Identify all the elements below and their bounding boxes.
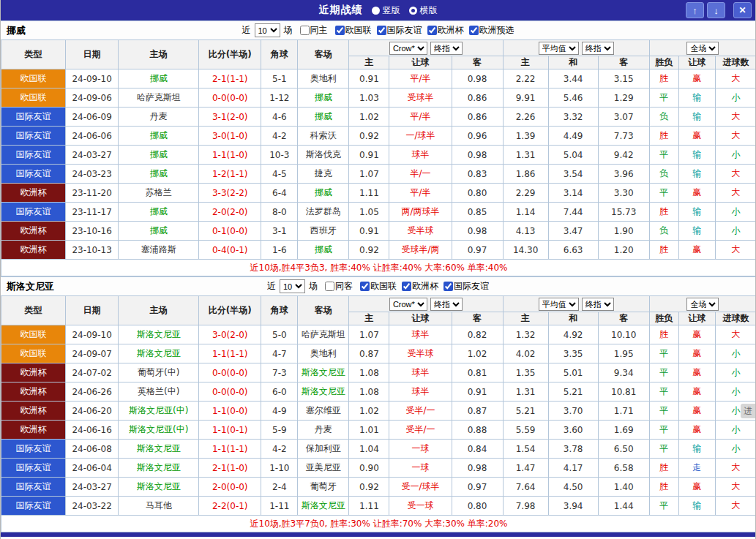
away-team: 斯洛文尼亚 — [298, 382, 349, 402]
avg-away-odds: 1.20 — [598, 241, 649, 260]
layout-vertical-option[interactable]: 竖版 — [372, 4, 400, 17]
result-wdl: 胜 — [649, 203, 678, 222]
home-team-link[interactable]: 英格兰(中) — [138, 386, 179, 396]
away-team-link[interactable]: 斯洛文尼亚 — [302, 367, 345, 377]
away-team-link[interactable]: 斯洛文尼亚 — [302, 386, 345, 396]
home-team-link[interactable]: 挪威 — [150, 73, 168, 83]
odds-stage-select[interactable]: 终指 — [430, 42, 463, 55]
same-venue-checkbox[interactable] — [300, 26, 310, 35]
odds-company-select[interactable]: Crow* — [389, 298, 427, 311]
result-goals: 小 — [715, 440, 756, 459]
average-select[interactable]: 平均值 — [539, 42, 579, 55]
window-title: 近期战绩 — [319, 4, 363, 17]
competition-filter[interactable]: 欧洲杯 — [397, 280, 438, 293]
away-team-link[interactable]: 丹麦 — [315, 424, 332, 434]
home-team-link[interactable]: 挪威 — [150, 225, 168, 235]
home-team-link[interactable]: 丹麦 — [150, 111, 168, 121]
floating-expand-hint[interactable]: 进 — [741, 404, 755, 418]
away-team-link[interactable]: 塞尔维亚 — [306, 405, 341, 415]
competition-filter[interactable]: 欧国联 — [355, 280, 397, 293]
scope-select[interactable]: 全场 — [686, 298, 719, 311]
average-stage-select[interactable]: 终指 — [582, 298, 614, 311]
home-team-link[interactable]: 斯洛文尼亚 — [137, 329, 181, 339]
competition-type: 欧国联 — [1, 325, 66, 344]
away-team-link[interactable]: 西班牙 — [310, 225, 337, 235]
away-team-link[interactable]: 挪威 — [315, 92, 332, 102]
home-team-link[interactable]: 斯洛文尼亚(中) — [129, 424, 188, 434]
match-row: 欧洲杯24-07-02葡萄牙(中)0-0(0-0)7-3斯洛文尼亚1.08球半0… — [1, 363, 756, 382]
away-team-link[interactable]: 保加利亚 — [306, 443, 341, 453]
home-team-link[interactable]: 挪威 — [150, 206, 168, 216]
move-down-button[interactable]: ↓ — [707, 2, 725, 18]
corner-score: 8-0 — [261, 203, 298, 222]
competition-filter[interactable]: 国际友谊 — [438, 280, 489, 293]
competition-filter[interactable]: 国际友谊 — [372, 24, 422, 37]
away-team-link[interactable]: 亚美尼亚 — [306, 462, 341, 472]
away-team-link[interactable]: 葡萄牙 — [310, 481, 337, 491]
result-wdl: 平 — [649, 382, 678, 402]
result-goals: 小 — [715, 222, 756, 241]
corner-score: 6-0 — [261, 382, 298, 402]
result-goals: 小 — [715, 382, 756, 402]
corner-score: 4-6 — [261, 108, 298, 127]
titlebar-buttons: ↑ ↓ ✕ — [686, 2, 752, 18]
close-button[interactable]: ✕ — [733, 2, 752, 18]
away-team-link[interactable]: 科索沃 — [310, 130, 337, 140]
away-team-link[interactable]: 哈萨克斯坦 — [302, 329, 345, 339]
home-team-link[interactable]: 斯洛文尼亚 — [137, 462, 181, 472]
handicap: 平/半 — [389, 184, 452, 203]
competition-checkbox[interactable] — [402, 282, 411, 291]
away-team-link[interactable]: 斯洛文尼亚 — [302, 500, 345, 510]
col-header-score: 比分(半场) — [199, 296, 261, 325]
competition-checkbox[interactable] — [377, 26, 386, 35]
move-up-button[interactable]: ↑ — [686, 2, 704, 18]
home-team-link[interactable]: 葡萄牙(中) — [138, 367, 179, 377]
competition-checkbox[interactable] — [469, 26, 479, 35]
recent-count-select[interactable]: 10 — [255, 23, 280, 37]
away-team-link[interactable]: 斯洛伐克 — [306, 149, 341, 159]
average-stage-select[interactable]: 终指 — [582, 42, 614, 55]
home-team-link[interactable]: 挪威 — [150, 149, 168, 159]
competition-checkbox[interactable] — [335, 26, 345, 35]
competition-checkbox[interactable] — [444, 282, 453, 291]
odds-company-select[interactable]: Crow* — [389, 42, 427, 55]
layout-horizontal-option[interactable]: 横版 — [409, 4, 438, 17]
competition-type: 欧国联 — [1, 88, 66, 108]
away-team-link[interactable]: 挪威 — [315, 244, 332, 255]
away-team-link[interactable]: 挪威 — [315, 111, 332, 121]
home-team-link[interactable]: 塞浦路斯 — [141, 244, 176, 255]
competition-type: 欧洲杯 — [1, 241, 66, 260]
same-venue-filter[interactable]: 同客 — [320, 280, 353, 293]
competition-checkbox[interactable] — [427, 26, 437, 35]
same-venue-filter[interactable]: 同主 — [295, 24, 328, 37]
home-team-link[interactable]: 挪威 — [150, 168, 168, 178]
col-header-corner: 角球 — [261, 296, 298, 325]
home-team-link[interactable]: 斯洛文尼亚(中) — [129, 405, 188, 415]
avg-away-odds: 1.40 — [598, 478, 649, 497]
competition-filter[interactable]: 欧洲杯 — [422, 24, 464, 37]
away-team-link[interactable]: 奥地利 — [310, 73, 337, 83]
away-team-link[interactable]: 法罗群岛 — [306, 206, 341, 216]
same-venue-checkbox[interactable] — [325, 282, 334, 291]
result-goals: 大 — [715, 108, 756, 127]
away-team-link[interactable]: 捷克 — [315, 168, 332, 178]
scope-select[interactable]: 全场 — [686, 42, 719, 55]
home-team-link[interactable]: 斯洛文尼亚 — [137, 481, 181, 491]
odds-stage-select[interactable]: 终指 — [430, 298, 463, 311]
home-team-link[interactable]: 哈萨克斯坦 — [137, 92, 181, 102]
away-team: 西班牙 — [298, 222, 349, 241]
average-select[interactable]: 平均值 — [539, 298, 579, 311]
home-team-link[interactable]: 斯洛文尼亚 — [137, 348, 181, 358]
home-team-link[interactable]: 挪威 — [150, 130, 168, 140]
away-team: 挪威 — [298, 88, 349, 108]
competition-checkbox[interactable] — [360, 282, 370, 291]
away-odds: 0.97 — [452, 241, 503, 260]
home-team-link[interactable]: 马耳他 — [146, 500, 172, 510]
recent-count-select[interactable]: 10 — [280, 279, 305, 293]
away-team-link[interactable]: 奥地利 — [310, 348, 337, 358]
competition-filter[interactable]: 欧洲预选 — [464, 24, 514, 37]
competition-filter[interactable]: 欧国联 — [330, 24, 372, 37]
away-team-link[interactable]: 挪威 — [315, 187, 332, 197]
home-team-link[interactable]: 斯洛文尼亚 — [137, 443, 181, 453]
home-team-link[interactable]: 苏格兰 — [146, 187, 172, 197]
